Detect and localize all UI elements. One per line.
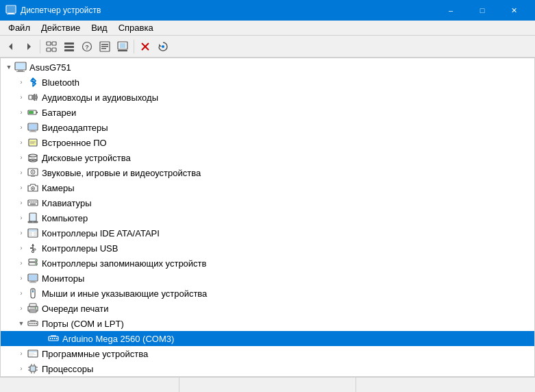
audio-expand[interactable]: › bbox=[16, 92, 27, 103]
root-label: AsusG751 bbox=[29, 62, 71, 73]
close-button[interactable]: ✕ bbox=[498, 0, 530, 21]
display-expand[interactable]: › bbox=[16, 122, 27, 133]
title-bar-text: Диспетчер устройств bbox=[21, 5, 435, 15]
root-expand[interactable]: ▼ bbox=[3, 62, 14, 73]
svg-rect-82 bbox=[29, 282, 36, 283]
tree-item-battery[interactable]: › Батареи bbox=[1, 105, 534, 120]
delete-button[interactable] bbox=[137, 38, 153, 55]
computer-expand[interactable]: › bbox=[16, 212, 27, 223]
svg-rect-9 bbox=[52, 48, 56, 51]
svg-rect-36 bbox=[31, 130, 35, 132]
software-expand[interactable]: › bbox=[16, 348, 27, 359]
disk-expand[interactable]: › bbox=[16, 152, 27, 163]
mouse-icon bbox=[27, 287, 39, 299]
tree-item-camera[interactable]: › Камеры bbox=[1, 180, 534, 195]
svg-rect-52 bbox=[28, 200, 38, 206]
camera-icon bbox=[27, 182, 39, 194]
menu-file[interactable]: Файл bbox=[3, 21, 36, 34]
tree-item-keyboard[interactable]: › Клавиатуры bbox=[1, 195, 534, 210]
tree-item-disk[interactable]: › Дисковые устройства bbox=[1, 150, 534, 165]
battery-expand[interactable]: › bbox=[16, 107, 27, 118]
firmware-expand[interactable]: › bbox=[16, 137, 27, 148]
status-section-2 bbox=[179, 378, 356, 392]
arduino-icon bbox=[47, 332, 60, 345]
svg-rect-56 bbox=[36, 201, 37, 203]
processor-expand[interactable]: › bbox=[16, 363, 27, 374]
toolbar-sep-2 bbox=[134, 40, 134, 53]
tree-item-ports[interactable]: ▼ Порты (COM и LPT) bbox=[1, 316, 534, 331]
tree-item-bluetooth[interactable]: › Bluetooth bbox=[1, 75, 534, 90]
camera-expand[interactable]: › bbox=[16, 182, 27, 193]
tree-item-monitors[interactable]: › Мониторы bbox=[1, 271, 534, 286]
svg-marker-5 bbox=[27, 43, 31, 50]
usb-label: Контроллеры USB bbox=[42, 243, 118, 254]
scan-button[interactable] bbox=[114, 38, 131, 55]
tree-item-computer[interactable]: › Компьютер bbox=[1, 210, 534, 225]
properties-button[interactable] bbox=[97, 38, 113, 55]
svg-marker-69 bbox=[32, 244, 34, 246]
disk-icon bbox=[27, 151, 39, 164]
print-expand[interactable]: › bbox=[16, 303, 27, 314]
view-list-button[interactable] bbox=[61, 38, 77, 55]
ports-icon bbox=[27, 317, 39, 330]
usb-icon bbox=[27, 242, 39, 254]
disk-label: Дисковые устройства bbox=[42, 153, 131, 163]
svg-rect-65 bbox=[34, 232, 37, 234]
tree-item-firmware[interactable]: › Встроенное ПО bbox=[1, 135, 534, 150]
tree-item-mouse[interactable]: › Мыши и иные указывающие устройства bbox=[1, 286, 534, 301]
svg-rect-55 bbox=[34, 201, 35, 203]
svg-rect-3 bbox=[7, 6, 15, 12]
storage-expand[interactable]: › bbox=[16, 258, 27, 269]
svg-rect-29 bbox=[16, 71, 25, 72]
keyboard-expand[interactable]: › bbox=[16, 197, 27, 208]
status-section-3 bbox=[356, 378, 532, 392]
keyboard-label: Клавиатуры bbox=[42, 198, 92, 208]
tree-item-usb[interactable]: › Контроллеры USB bbox=[1, 241, 534, 256]
tree-item-audio[interactable]: › Аудиовходы и аудиовыходы bbox=[1, 90, 534, 105]
status-bar bbox=[0, 377, 535, 392]
monitors-expand[interactable]: › bbox=[16, 273, 27, 284]
minimize-button[interactable]: – bbox=[435, 0, 466, 21]
display-icon bbox=[27, 121, 39, 134]
title-bar: Диспетчер устройств – □ ✕ bbox=[0, 0, 535, 21]
tree-root[interactable]: ▼ AsusG751 bbox=[1, 60, 534, 75]
sound-icon bbox=[27, 167, 39, 179]
svg-rect-89 bbox=[30, 311, 34, 312]
help-button[interactable]: ? bbox=[79, 38, 95, 55]
storage-label: Контроллеры запоминающих устройств bbox=[42, 258, 206, 269]
svg-rect-27 bbox=[16, 63, 25, 69]
keyboard-icon bbox=[27, 197, 39, 209]
ports-expand[interactable]: ▼ bbox=[16, 318, 27, 329]
arduino-expand bbox=[36, 333, 47, 344]
maximize-button[interactable]: □ bbox=[466, 0, 498, 21]
ports-label: Порты (COM и LPT) bbox=[42, 319, 124, 329]
sound-expand[interactable]: › bbox=[16, 167, 27, 178]
tree-item-print[interactable]: › Очереди печати bbox=[1, 301, 534, 316]
device-tree[interactable]: ▼ AsusG751 › Bluetooth bbox=[1, 58, 534, 376]
svg-rect-35 bbox=[29, 124, 37, 130]
forward-button[interactable] bbox=[21, 38, 37, 55]
ide-expand[interactable]: › bbox=[16, 228, 27, 238]
tree-item-display[interactable]: › Видеоадаптеры bbox=[1, 120, 534, 135]
svg-marker-24 bbox=[159, 44, 162, 47]
tree-item-sound[interactable]: › Звуковые, игровые и видеоустройства bbox=[1, 165, 534, 180]
tree-item-software[interactable]: › Программные устройства bbox=[1, 346, 534, 361]
svg-rect-96 bbox=[30, 320, 36, 321]
bluetooth-expand[interactable]: › bbox=[16, 77, 27, 88]
svg-rect-104 bbox=[29, 351, 37, 352]
view-tree-button[interactable] bbox=[43, 38, 60, 55]
tree-item-ide[interactable]: › Контроллеры IDE ATA/ATAPI bbox=[1, 225, 534, 241]
tree-item-processor[interactable]: › Процессоры bbox=[1, 361, 534, 376]
menu-view[interactable]: Вид bbox=[86, 21, 113, 34]
menu-action[interactable]: Действие bbox=[36, 21, 86, 34]
svg-rect-12 bbox=[64, 49, 74, 51]
computer-icon2 bbox=[27, 212, 39, 224]
back-button[interactable] bbox=[3, 38, 19, 55]
tree-item-arduino[interactable]: Arduino Mega 2560 (COM3) bbox=[1, 331, 534, 346]
mouse-expand[interactable]: › bbox=[16, 288, 27, 299]
svg-point-51 bbox=[32, 188, 34, 189]
tree-item-storage[interactable]: › Контроллеры запоминающих устройств bbox=[1, 256, 534, 271]
update-button[interactable] bbox=[155, 38, 171, 55]
usb-expand[interactable]: › bbox=[16, 243, 27, 254]
menu-help[interactable]: Справка bbox=[113, 21, 159, 34]
